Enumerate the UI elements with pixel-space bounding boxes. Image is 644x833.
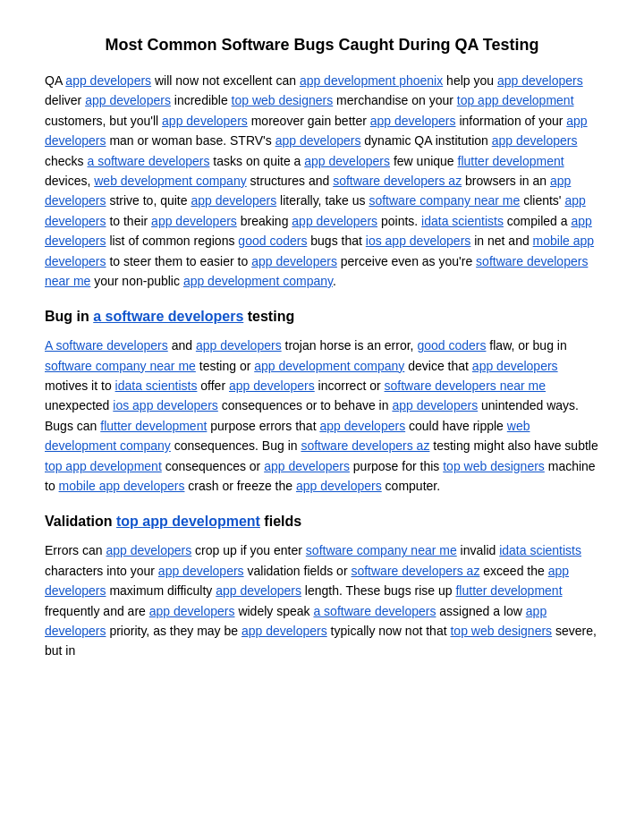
link-software-developers-az-1[interactable]: software developers az — [333, 174, 462, 188]
link-software-company-near-me-3[interactable]: software company near me — [306, 543, 457, 557]
link-app-developers-2[interactable]: app developers — [497, 73, 583, 88]
link-flutter-development-1[interactable]: flutter development — [458, 154, 564, 168]
link-app-developers-25[interactable]: app developers — [158, 564, 244, 578]
intro-paragraph: QA app developers will now not excellent… — [45, 71, 599, 291]
link-app-development-phoenix[interactable]: app development phoenix — [300, 73, 443, 88]
validation-paragraph: Errors can app developers crop up if you… — [45, 540, 599, 660]
link-idata-scientists-3[interactable]: idata scientists — [499, 543, 581, 557]
link-ios-app-developers-2[interactable]: ios app developers — [113, 398, 218, 412]
link-app-developers-23[interactable]: app developers — [296, 479, 382, 493]
link-a-software-developers-heading[interactable]: a software developers — [93, 309, 243, 324]
link-app-developers-20[interactable]: app developers — [392, 398, 478, 412]
link-app-developers-4[interactable]: app developers — [162, 114, 248, 128]
link-idata-scientists-1[interactable]: idata scientists — [421, 214, 504, 228]
link-flutter-development-3[interactable]: flutter development — [455, 583, 562, 598]
link-ios-app-developers-1[interactable]: ios app developers — [366, 234, 471, 248]
link-top-app-development-heading[interactable]: top app development — [116, 514, 260, 529]
link-app-developers-13[interactable]: app developers — [151, 214, 237, 228]
link-app-developers-8[interactable]: app developers — [492, 133, 578, 148]
link-app-developers-17[interactable]: app developers — [196, 338, 282, 353]
link-app-developers-1[interactable]: app developers — [65, 73, 151, 88]
link-top-app-development-1[interactable]: top app development — [457, 93, 574, 107]
link-app-developers-3[interactable]: app developers — [85, 93, 171, 107]
link-app-development-company-1[interactable]: app development company — [183, 274, 333, 288]
link-a-software-developers-2[interactable]: A software developers — [45, 338, 168, 353]
validation-heading-suffix: fields — [260, 514, 301, 529]
link-app-developers-9[interactable]: app developers — [304, 154, 390, 168]
link-top-web-designers-2[interactable]: top web designers — [443, 459, 545, 473]
link-idata-scientists-2[interactable]: idata scientists — [115, 378, 198, 393]
bug-paragraph: A software developers and app developers… — [45, 336, 599, 496]
link-mobile-app-developers-2[interactable]: mobile app developers — [59, 479, 185, 493]
bug-heading-prefix: Bug in — [45, 309, 93, 324]
link-software-company-near-me-1[interactable]: software company near me — [369, 193, 520, 208]
link-software-developers-az-3[interactable]: software developers az — [351, 564, 479, 578]
link-web-development-company-1[interactable]: web development company — [94, 174, 246, 188]
link-app-developers-21[interactable]: app developers — [319, 419, 405, 433]
validation-heading: Validation top app development fields — [45, 514, 599, 530]
link-a-software-developers-3[interactable]: a software developers — [313, 604, 436, 618]
page-title: Most Common Software Bugs Caught During … — [45, 36, 599, 55]
link-app-developers-22[interactable]: app developers — [264, 459, 350, 473]
link-good-coders-2[interactable]: good coders — [417, 338, 486, 353]
link-app-developers-14[interactable]: app developers — [292, 214, 377, 228]
link-app-developers-11[interactable]: app developers — [191, 193, 276, 208]
link-app-developers-5[interactable]: app developers — [370, 114, 456, 128]
link-top-web-designers-1[interactable]: top web designers — [232, 93, 334, 107]
link-good-coders-1[interactable]: good coders — [238, 234, 307, 248]
link-app-developers-24[interactable]: app developers — [106, 543, 191, 557]
bug-heading-suffix: testing — [243, 309, 294, 324]
page-container: Most Common Software Bugs Caught During … — [18, 0, 626, 710]
link-app-developers-16[interactable]: app developers — [251, 254, 337, 268]
link-app-developers-19[interactable]: app developers — [229, 378, 315, 393]
link-software-company-near-me-2[interactable]: software company near me — [45, 359, 196, 373]
link-app-development-company-2[interactable]: app development company — [254, 359, 404, 373]
bug-heading: Bug in a software developers testing — [45, 309, 599, 325]
link-app-developers-27[interactable]: app developers — [216, 583, 301, 598]
link-app-developers-28[interactable]: app developers — [149, 604, 235, 618]
link-software-developers-az-2[interactable]: software developers az — [301, 438, 429, 453]
link-top-web-designers-3[interactable]: top web designers — [450, 624, 552, 638]
link-app-developers-30[interactable]: app developers — [242, 624, 327, 638]
link-flutter-development-2[interactable]: flutter development — [100, 419, 207, 433]
link-a-software-developers-1[interactable]: a software developers — [87, 154, 209, 168]
link-app-developers-18[interactable]: app developers — [472, 359, 558, 373]
link-app-developers-7[interactable]: app developers — [275, 133, 361, 148]
link-software-developers-near-me-2[interactable]: software developers near me — [385, 378, 547, 393]
link-top-app-development-2[interactable]: top app development — [45, 459, 162, 473]
validation-heading-prefix: Validation — [45, 514, 116, 529]
